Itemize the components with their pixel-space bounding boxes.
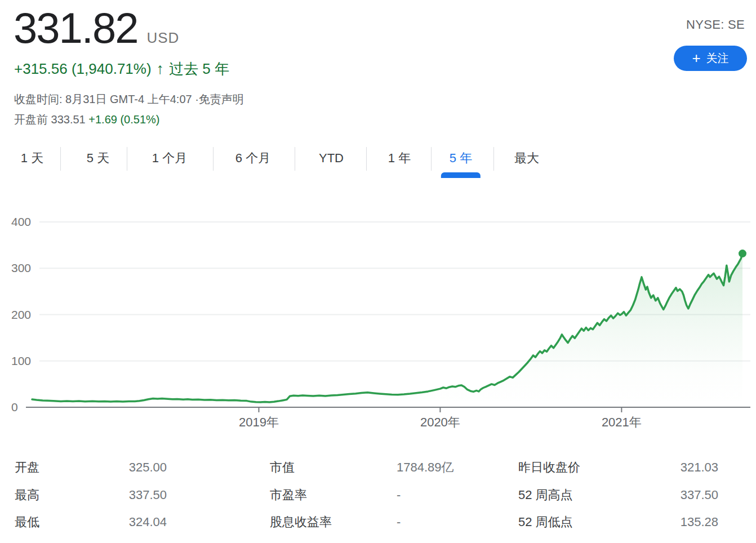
stats-column: 昨日收盘价321.0352 周高点337.5052 周低点135.28 [518, 454, 718, 536]
stat-value: 337.50 [681, 488, 718, 502]
stat-label: 52 周高点 [518, 487, 573, 504]
stat-label: 市盈率 [270, 487, 307, 504]
stat-value: 321.03 [681, 460, 718, 475]
stat-label: 52 周低点 [518, 514, 573, 531]
stat-row: 开盘325.00 [15, 454, 167, 482]
stat-label: 最高 [15, 487, 39, 504]
stats-column: 市值1784.89亿市盈率-股息收益率- [270, 454, 470, 536]
stat-row: 市值1784.89亿 [270, 454, 470, 482]
stat-label: 最低 [15, 514, 39, 531]
stat-value: - [397, 515, 401, 529]
x-axis-label: 2020年 [420, 414, 460, 431]
stat-row: 最低324.04 [15, 509, 167, 536]
stat-value: 324.04 [129, 515, 167, 529]
stat-row: 昨日收盘价321.03 [518, 454, 718, 482]
stat-row: 市盈率- [270, 482, 470, 509]
stats-column: 开盘325.00最高337.50最低324.04 [15, 454, 167, 536]
stat-value: 135.28 [681, 515, 718, 529]
y-axis-label: 400 [11, 215, 31, 229]
stat-row: 股息收益率- [270, 509, 470, 536]
stat-value: 1784.89亿 [397, 459, 454, 476]
stat-row: 52 周高点337.50 [518, 482, 718, 509]
last-price-dot [739, 250, 746, 257]
price-area-fill [32, 253, 742, 407]
stat-label: 昨日收盘价 [518, 459, 580, 476]
stat-label: 股息收益率 [270, 514, 332, 531]
y-axis-label: 200 [11, 308, 31, 322]
stat-row: 52 周低点135.28 [518, 509, 718, 536]
x-axis-label: 2021年 [602, 414, 642, 431]
y-axis-label: 300 [11, 261, 31, 275]
y-axis-label: 0 [11, 400, 18, 414]
x-axis-label: 2019年 [239, 414, 279, 431]
y-axis-label: 100 [11, 354, 31, 368]
stat-value: 325.00 [129, 460, 167, 475]
google-finance-quote-page: 331.82 USD +315.56 (1,940.71%) ↑ 过去 5 年 … [0, 0, 756, 543]
stat-value: 337.50 [129, 488, 167, 502]
stat-row: 最高337.50 [15, 482, 167, 509]
stat-label: 市值 [270, 459, 295, 476]
stat-label: 开盘 [15, 459, 39, 476]
stat-value: - [397, 488, 401, 502]
